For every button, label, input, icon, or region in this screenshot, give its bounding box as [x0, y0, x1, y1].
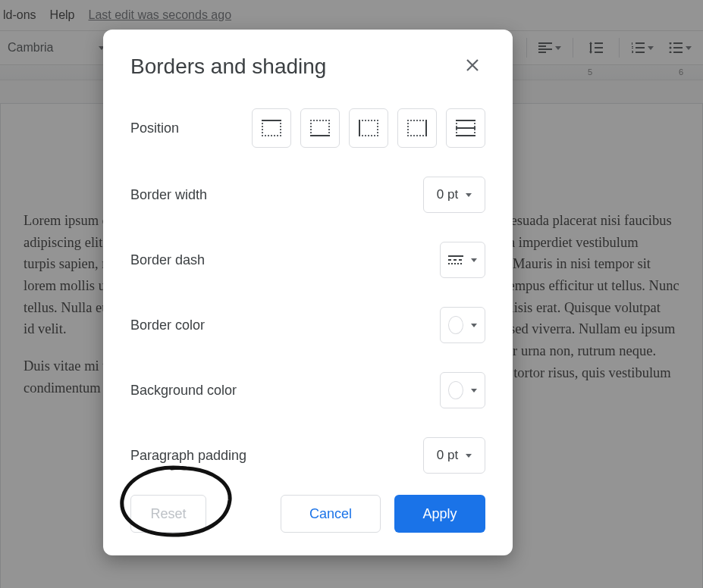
position-left-button[interactable] [349, 108, 388, 148]
chevron-down-icon [466, 193, 472, 197]
close-button[interactable] [460, 54, 485, 80]
cancel-button[interactable]: Cancel [281, 495, 381, 533]
position-between-button[interactable] [446, 108, 485, 148]
label-border-dash: Border dash [130, 252, 205, 268]
background-color-dropdown[interactable] [440, 372, 485, 408]
position-button-group [252, 108, 485, 148]
close-icon [466, 58, 479, 72]
position-bottom-button[interactable] [300, 108, 340, 148]
chevron-down-icon [466, 454, 472, 458]
row-background-color: Background color [130, 372, 485, 408]
borders-shading-dialog: Borders and shading Position Border widt… [103, 30, 513, 555]
dialog-title: Borders and shading [130, 55, 326, 79]
apply-button[interactable]: Apply [394, 495, 485, 533]
row-position: Position [130, 108, 485, 148]
dialog-footer: Reset Cancel Apply [130, 495, 485, 533]
row-paragraph-padding: Paragraph padding 0 pt [130, 437, 485, 474]
position-top-button[interactable] [252, 108, 291, 148]
position-right-button[interactable] [397, 108, 437, 148]
reset-button[interactable]: Reset [130, 495, 206, 533]
chevron-down-icon [471, 258, 477, 262]
border-left-icon [359, 120, 378, 136]
label-position: Position [130, 120, 179, 136]
border-between-icon [456, 120, 475, 136]
paragraph-padding-value: 0 pt [437, 448, 458, 463]
border-width-dropdown[interactable]: 0 pt [423, 177, 485, 213]
border-width-value: 0 pt [437, 187, 458, 202]
label-paragraph-padding: Paragraph padding [130, 448, 246, 464]
dash-style-icon [448, 255, 463, 264]
border-top-icon [262, 120, 281, 136]
label-border-color: Border color [130, 317, 205, 333]
paragraph-padding-dropdown[interactable]: 0 pt [423, 437, 485, 474]
chevron-down-icon [471, 324, 477, 327]
color-swatch-icon [448, 316, 463, 334]
row-border-width: Border width 0 pt [130, 177, 485, 213]
border-right-icon [407, 120, 427, 136]
label-background-color: Background color [130, 383, 237, 399]
color-swatch-icon [448, 381, 463, 399]
row-border-dash: Border dash [130, 242, 485, 278]
dialog-header: Borders and shading [130, 54, 485, 80]
border-color-dropdown[interactable] [440, 307, 485, 343]
chevron-down-icon [471, 389, 477, 393]
label-border-width: Border width [130, 187, 207, 203]
border-bottom-icon [310, 120, 330, 136]
border-dash-dropdown[interactable] [440, 242, 485, 278]
row-border-color: Border color [130, 307, 485, 343]
